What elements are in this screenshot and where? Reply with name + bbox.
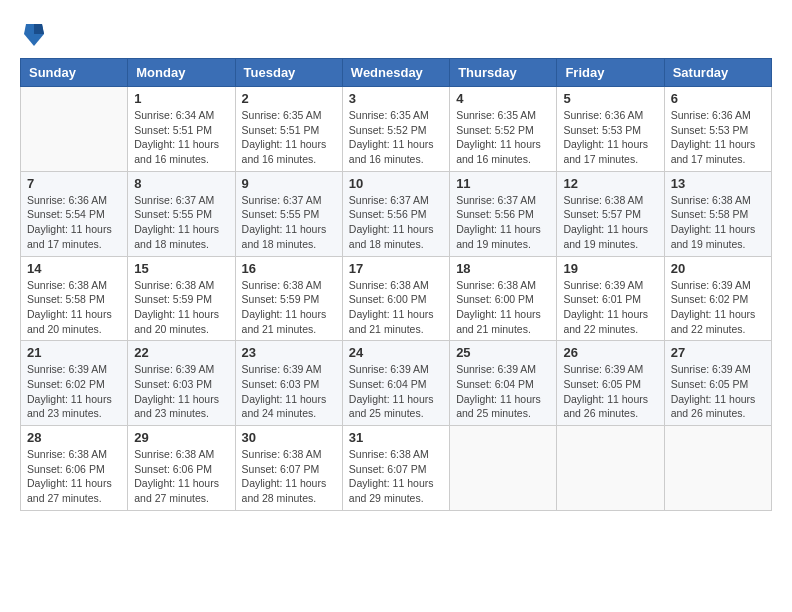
calendar-cell: 24Sunrise: 6:39 AMSunset: 6:04 PMDayligh… <box>342 341 449 426</box>
calendar-cell <box>557 426 664 511</box>
day-number: 16 <box>242 261 336 276</box>
calendar-week-row: 21Sunrise: 6:39 AMSunset: 6:02 PMDayligh… <box>21 341 772 426</box>
calendar-cell: 14Sunrise: 6:38 AMSunset: 5:58 PMDayligh… <box>21 256 128 341</box>
day-of-week-header: Wednesday <box>342 59 449 87</box>
calendar-cell: 26Sunrise: 6:39 AMSunset: 6:05 PMDayligh… <box>557 341 664 426</box>
calendar-cell: 30Sunrise: 6:38 AMSunset: 6:07 PMDayligh… <box>235 426 342 511</box>
calendar-cell <box>450 426 557 511</box>
calendar-cell: 8Sunrise: 6:37 AMSunset: 5:55 PMDaylight… <box>128 171 235 256</box>
days-of-week-row: SundayMondayTuesdayWednesdayThursdayFrid… <box>21 59 772 87</box>
calendar-cell: 11Sunrise: 6:37 AMSunset: 5:56 PMDayligh… <box>450 171 557 256</box>
page-header <box>20 20 772 48</box>
day-number: 22 <box>134 345 228 360</box>
day-info: Sunrise: 6:39 AMSunset: 6:04 PMDaylight:… <box>349 362 443 421</box>
day-info: Sunrise: 6:38 AMSunset: 5:59 PMDaylight:… <box>134 278 228 337</box>
day-of-week-header: Thursday <box>450 59 557 87</box>
day-info: Sunrise: 6:35 AMSunset: 5:52 PMDaylight:… <box>349 108 443 167</box>
day-number: 10 <box>349 176 443 191</box>
day-number: 7 <box>27 176 121 191</box>
calendar-cell: 4Sunrise: 6:35 AMSunset: 5:52 PMDaylight… <box>450 87 557 172</box>
day-number: 21 <box>27 345 121 360</box>
calendar-cell: 31Sunrise: 6:38 AMSunset: 6:07 PMDayligh… <box>342 426 449 511</box>
day-info: Sunrise: 6:35 AMSunset: 5:52 PMDaylight:… <box>456 108 550 167</box>
calendar-cell: 16Sunrise: 6:38 AMSunset: 5:59 PMDayligh… <box>235 256 342 341</box>
day-info: Sunrise: 6:38 AMSunset: 6:06 PMDaylight:… <box>27 447 121 506</box>
day-number: 14 <box>27 261 121 276</box>
calendar-table: SundayMondayTuesdayWednesdayThursdayFrid… <box>20 58 772 511</box>
day-number: 28 <box>27 430 121 445</box>
day-number: 27 <box>671 345 765 360</box>
day-number: 20 <box>671 261 765 276</box>
calendar-week-row: 1Sunrise: 6:34 AMSunset: 5:51 PMDaylight… <box>21 87 772 172</box>
calendar-week-row: 7Sunrise: 6:36 AMSunset: 5:54 PMDaylight… <box>21 171 772 256</box>
day-number: 29 <box>134 430 228 445</box>
day-info: Sunrise: 6:38 AMSunset: 5:58 PMDaylight:… <box>27 278 121 337</box>
day-number: 6 <box>671 91 765 106</box>
day-number: 15 <box>134 261 228 276</box>
calendar-week-row: 28Sunrise: 6:38 AMSunset: 6:06 PMDayligh… <box>21 426 772 511</box>
day-number: 31 <box>349 430 443 445</box>
calendar-cell: 9Sunrise: 6:37 AMSunset: 5:55 PMDaylight… <box>235 171 342 256</box>
day-number: 4 <box>456 91 550 106</box>
calendar-cell: 3Sunrise: 6:35 AMSunset: 5:52 PMDaylight… <box>342 87 449 172</box>
day-info: Sunrise: 6:36 AMSunset: 5:53 PMDaylight:… <box>563 108 657 167</box>
calendar-body: 1Sunrise: 6:34 AMSunset: 5:51 PMDaylight… <box>21 87 772 511</box>
day-info: Sunrise: 6:34 AMSunset: 5:51 PMDaylight:… <box>134 108 228 167</box>
day-number: 12 <box>563 176 657 191</box>
calendar-cell <box>21 87 128 172</box>
calendar-header: SundayMondayTuesdayWednesdayThursdayFrid… <box>21 59 772 87</box>
day-number: 1 <box>134 91 228 106</box>
day-number: 24 <box>349 345 443 360</box>
day-info: Sunrise: 6:37 AMSunset: 5:56 PMDaylight:… <box>349 193 443 252</box>
svg-marker-1 <box>34 24 44 34</box>
calendar-cell: 15Sunrise: 6:38 AMSunset: 5:59 PMDayligh… <box>128 256 235 341</box>
logo <box>20 20 52 48</box>
day-info: Sunrise: 6:38 AMSunset: 6:07 PMDaylight:… <box>349 447 443 506</box>
day-info: Sunrise: 6:39 AMSunset: 6:05 PMDaylight:… <box>671 362 765 421</box>
day-number: 13 <box>671 176 765 191</box>
day-info: Sunrise: 6:38 AMSunset: 6:06 PMDaylight:… <box>134 447 228 506</box>
day-info: Sunrise: 6:37 AMSunset: 5:55 PMDaylight:… <box>242 193 336 252</box>
calendar-cell: 2Sunrise: 6:35 AMSunset: 5:51 PMDaylight… <box>235 87 342 172</box>
day-number: 11 <box>456 176 550 191</box>
day-info: Sunrise: 6:39 AMSunset: 6:04 PMDaylight:… <box>456 362 550 421</box>
day-info: Sunrise: 6:38 AMSunset: 6:00 PMDaylight:… <box>456 278 550 337</box>
day-of-week-header: Saturday <box>664 59 771 87</box>
day-number: 17 <box>349 261 443 276</box>
day-of-week-header: Friday <box>557 59 664 87</box>
day-of-week-header: Tuesday <box>235 59 342 87</box>
calendar-cell: 7Sunrise: 6:36 AMSunset: 5:54 PMDaylight… <box>21 171 128 256</box>
calendar-cell: 22Sunrise: 6:39 AMSunset: 6:03 PMDayligh… <box>128 341 235 426</box>
calendar-cell: 19Sunrise: 6:39 AMSunset: 6:01 PMDayligh… <box>557 256 664 341</box>
calendar-cell: 13Sunrise: 6:38 AMSunset: 5:58 PMDayligh… <box>664 171 771 256</box>
calendar-cell: 10Sunrise: 6:37 AMSunset: 5:56 PMDayligh… <box>342 171 449 256</box>
calendar-cell: 12Sunrise: 6:38 AMSunset: 5:57 PMDayligh… <box>557 171 664 256</box>
calendar-cell: 29Sunrise: 6:38 AMSunset: 6:06 PMDayligh… <box>128 426 235 511</box>
calendar-cell: 25Sunrise: 6:39 AMSunset: 6:04 PMDayligh… <box>450 341 557 426</box>
day-info: Sunrise: 6:36 AMSunset: 5:54 PMDaylight:… <box>27 193 121 252</box>
day-info: Sunrise: 6:39 AMSunset: 6:01 PMDaylight:… <box>563 278 657 337</box>
calendar-cell: 28Sunrise: 6:38 AMSunset: 6:06 PMDayligh… <box>21 426 128 511</box>
calendar-cell: 23Sunrise: 6:39 AMSunset: 6:03 PMDayligh… <box>235 341 342 426</box>
day-number: 18 <box>456 261 550 276</box>
calendar-cell: 5Sunrise: 6:36 AMSunset: 5:53 PMDaylight… <box>557 87 664 172</box>
day-of-week-header: Sunday <box>21 59 128 87</box>
day-number: 25 <box>456 345 550 360</box>
day-number: 5 <box>563 91 657 106</box>
day-info: Sunrise: 6:39 AMSunset: 6:02 PMDaylight:… <box>27 362 121 421</box>
calendar-cell: 18Sunrise: 6:38 AMSunset: 6:00 PMDayligh… <box>450 256 557 341</box>
logo-icon <box>22 20 46 48</box>
calendar-week-row: 14Sunrise: 6:38 AMSunset: 5:58 PMDayligh… <box>21 256 772 341</box>
day-info: Sunrise: 6:38 AMSunset: 5:59 PMDaylight:… <box>242 278 336 337</box>
day-number: 2 <box>242 91 336 106</box>
calendar-cell: 20Sunrise: 6:39 AMSunset: 6:02 PMDayligh… <box>664 256 771 341</box>
calendar-cell: 1Sunrise: 6:34 AMSunset: 5:51 PMDaylight… <box>128 87 235 172</box>
day-info: Sunrise: 6:39 AMSunset: 6:03 PMDaylight:… <box>242 362 336 421</box>
day-info: Sunrise: 6:35 AMSunset: 5:51 PMDaylight:… <box>242 108 336 167</box>
day-info: Sunrise: 6:39 AMSunset: 6:05 PMDaylight:… <box>563 362 657 421</box>
day-info: Sunrise: 6:38 AMSunset: 5:57 PMDaylight:… <box>563 193 657 252</box>
calendar-cell: 21Sunrise: 6:39 AMSunset: 6:02 PMDayligh… <box>21 341 128 426</box>
day-info: Sunrise: 6:36 AMSunset: 5:53 PMDaylight:… <box>671 108 765 167</box>
day-info: Sunrise: 6:38 AMSunset: 6:07 PMDaylight:… <box>242 447 336 506</box>
day-info: Sunrise: 6:38 AMSunset: 5:58 PMDaylight:… <box>671 193 765 252</box>
